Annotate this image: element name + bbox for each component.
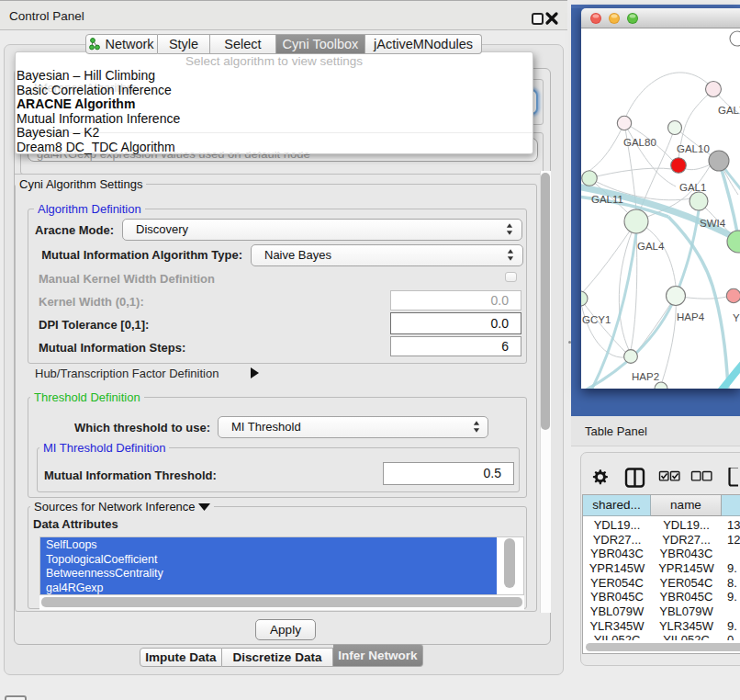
svg-text:GAL10: GAL10	[677, 143, 710, 154]
svg-text:HAP4: HAP4	[677, 311, 705, 322]
svg-text:GAL11: GAL11	[591, 194, 623, 205]
svg-text:GAL7: GAL7	[718, 105, 740, 116]
svg-text:SWI4: SWI4	[700, 218, 726, 229]
svg-text:GAL80: GAL80	[623, 137, 656, 148]
svg-text:HAP2: HAP2	[632, 371, 659, 382]
svg-text:GAL1: GAL1	[679, 182, 706, 193]
svg-text:GAL4: GAL4	[637, 241, 665, 252]
svg-text:Y: Y	[733, 312, 740, 323]
svg-text:GCY1: GCY1	[582, 314, 611, 325]
